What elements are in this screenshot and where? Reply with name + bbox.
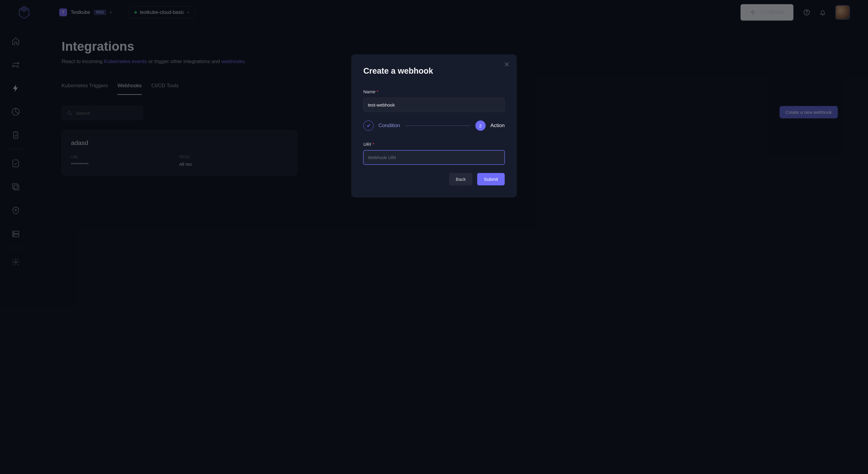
uri-input[interactable] (363, 150, 505, 164)
wizard-steps: Condition 2 Action (363, 121, 505, 131)
close-icon[interactable] (504, 62, 509, 67)
step-condition-circle (363, 121, 374, 131)
step-connector (405, 126, 470, 126)
create-webhook-modal: Create a webhook Name * Condition 2 Acti… (351, 54, 517, 197)
submit-button[interactable]: Submit (477, 173, 505, 185)
uri-label: URI * (363, 141, 505, 147)
name-input[interactable] (363, 98, 505, 112)
step-action-label: Action (491, 123, 505, 129)
name-label: Name * (363, 89, 505, 94)
step-action-circle: 2 (475, 121, 486, 131)
back-button[interactable]: Back (449, 173, 472, 185)
modal-overlay: Create a webhook Name * Condition 2 Acti… (0, 0, 868, 474)
modal-title: Create a webhook (363, 66, 505, 76)
step-condition-label: Condition (378, 123, 400, 129)
